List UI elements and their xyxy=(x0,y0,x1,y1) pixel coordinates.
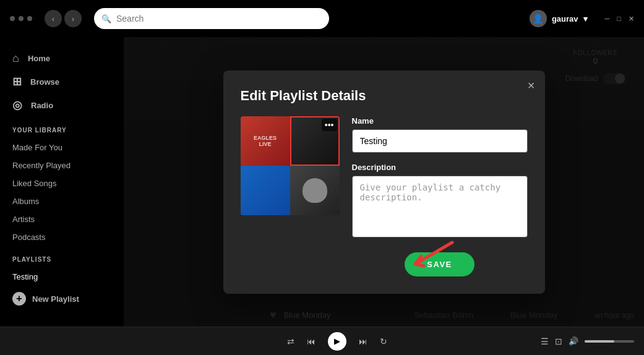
sidebar-item-home-label: Home xyxy=(28,54,50,63)
window-controls: ─ □ ✕ xyxy=(605,15,634,23)
podcasts-label: Podcasts xyxy=(12,233,45,242)
playlist-name-input[interactable] xyxy=(352,129,528,153)
previous-button[interactable]: ⏮ xyxy=(307,336,316,346)
cover-more-options[interactable]: ••• xyxy=(322,119,337,131)
window-dot-1 xyxy=(10,16,15,21)
new-playlist-button[interactable]: + New Playlist xyxy=(0,286,124,312)
cover-cell-4 xyxy=(290,166,340,215)
chevron-down-icon: ▾ xyxy=(583,14,588,24)
name-label: Name xyxy=(352,116,528,126)
maximize-button[interactable]: □ xyxy=(617,15,621,23)
user-name: gaurav xyxy=(552,14,578,24)
queue-button[interactable]: ☰ xyxy=(541,336,549,346)
minimize-button[interactable]: ─ xyxy=(605,15,610,23)
user-area: 👤 gaurav ▾ xyxy=(530,10,588,27)
cover-cell-2: ••• xyxy=(290,116,340,166)
modal-title: Edit Playlist Details xyxy=(241,88,528,104)
search-input[interactable] xyxy=(116,14,322,24)
nav-arrows: ‹ › xyxy=(45,10,82,27)
modal-body: EAGLESLIVE ••• xyxy=(241,116,528,276)
main-layout: ⌂ Home ⊞ Browse ◎ Radio YOUR LIBRARY Mad… xyxy=(0,37,644,327)
search-bar[interactable]: 🔍 xyxy=(94,8,329,29)
sidebar-playlist-testing[interactable]: Testing xyxy=(0,268,124,286)
shuffle-button[interactable]: ⇄ xyxy=(287,336,294,346)
modal-overlay: × Edit Playlist Details EAGLESLIVE ••• xyxy=(124,37,644,327)
sidebar-item-albums[interactable]: Albums xyxy=(0,192,124,210)
window-dot-2 xyxy=(19,16,24,21)
window-dots xyxy=(10,16,32,21)
modal-close-button[interactable]: × xyxy=(528,79,535,92)
library-section-label: YOUR LIBRARY xyxy=(0,117,124,139)
back-button[interactable]: ‹ xyxy=(45,10,62,27)
sidebar: ⌂ Home ⊞ Browse ◎ Radio YOUR LIBRARY Mad… xyxy=(0,37,124,327)
close-button[interactable]: ✕ xyxy=(629,15,634,23)
volume-fill xyxy=(585,340,614,343)
liked-songs-label: Liked Songs xyxy=(12,179,57,188)
play-button[interactable]: ▶ xyxy=(328,332,346,351)
sidebar-item-liked-songs[interactable]: Liked Songs xyxy=(0,174,124,192)
artists-label: Artists xyxy=(12,215,35,224)
bottom-bar: ⇄ ⏮ ▶ ⏭ ↻ ☰ ⊡ 🔊 xyxy=(0,327,644,355)
sidebar-item-artists[interactable]: Artists xyxy=(0,210,124,228)
albums-label: Albums xyxy=(12,197,39,206)
playlist-description-input[interactable] xyxy=(352,176,528,237)
right-controls: ☰ ⊡ 🔊 xyxy=(541,336,634,346)
modal-form: Name Description SAVE xyxy=(352,116,528,276)
devices-button[interactable]: ⊡ xyxy=(555,336,562,346)
search-icon: 🔍 xyxy=(101,14,111,24)
volume-slider[interactable] xyxy=(585,340,634,343)
playback-controls: ⇄ ⏮ ▶ ⏭ ↻ xyxy=(134,332,541,351)
cover-album-eagles: EAGLESLIVE xyxy=(241,116,290,166)
volume-icon: 🔊 xyxy=(569,336,578,346)
playlists-section-label: PLAYLISTS xyxy=(0,246,124,268)
cover-album-blue xyxy=(241,166,290,215)
name-form-group: Name xyxy=(352,116,528,153)
recently-played-label: Recently Played xyxy=(12,161,71,170)
plus-icon: + xyxy=(12,292,26,306)
made-for-you-label: Made For You xyxy=(12,143,62,152)
content-area: FOLLOWERS 0 Download × Edit Playlist Det… xyxy=(124,37,644,327)
edit-playlist-modal: × Edit Playlist Details EAGLESLIVE ••• xyxy=(223,71,545,294)
forward-button[interactable]: › xyxy=(64,10,82,27)
description-label: Description xyxy=(352,163,528,172)
radio-icon: ◎ xyxy=(12,98,22,112)
browse-icon: ⊞ xyxy=(12,75,22,88)
cover-cell-1: EAGLESLIVE xyxy=(241,116,290,166)
playlist-cover[interactable]: EAGLESLIVE ••• xyxy=(241,116,340,215)
top-bar: ‹ › 🔍 👤 gaurav ▾ ─ □ ✕ xyxy=(0,0,644,37)
helmet-shape xyxy=(303,178,327,203)
description-form-group: Description xyxy=(352,163,528,237)
cover-album-daft xyxy=(290,166,340,215)
sidebar-item-podcasts[interactable]: Podcasts xyxy=(0,228,124,246)
next-button[interactable]: ⏭ xyxy=(359,336,367,346)
sidebar-item-made-for-you[interactable]: Made For You xyxy=(0,139,124,156)
sidebar-item-radio-label: Radio xyxy=(31,101,53,110)
window-dot-3 xyxy=(27,16,32,21)
sidebar-item-recently-played[interactable]: Recently Played xyxy=(0,156,124,174)
save-button[interactable]: SAVE xyxy=(405,252,474,276)
sidebar-item-home[interactable]: ⌂ Home xyxy=(0,47,124,70)
repeat-button[interactable]: ↻ xyxy=(380,336,387,346)
home-icon: ⌂ xyxy=(12,52,19,65)
cover-cell-3 xyxy=(241,166,290,215)
sidebar-item-browse[interactable]: ⊞ Browse xyxy=(0,70,124,93)
new-playlist-label: New Playlist xyxy=(32,294,79,304)
sidebar-item-browse-label: Browse xyxy=(30,77,59,87)
user-icon: 👤 xyxy=(530,10,547,27)
sidebar-item-radio[interactable]: ◎ Radio xyxy=(0,93,124,117)
playlist-testing-label: Testing xyxy=(12,272,38,281)
